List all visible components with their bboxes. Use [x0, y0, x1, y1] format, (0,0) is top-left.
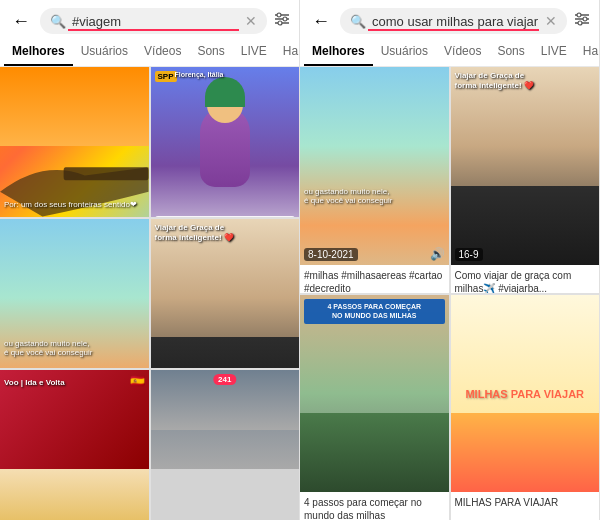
video-info-r3: 4 passos para começar no mundo das milha… [300, 492, 449, 520]
tab-videos-left[interactable]: Vídeos [136, 38, 189, 66]
tab-sons-left[interactable]: Sons [189, 38, 232, 66]
video-grid-left: 23-7 🔊 Por: um dos seus fronteiras senti… [0, 67, 299, 520]
count-badge-6: 241 [213, 374, 236, 385]
overlay-top-r3: 4 PASSOS PARA COMEÇARNO MUNDO DAS MILHAS [304, 299, 445, 325]
filter-button-right[interactable] [573, 10, 591, 32]
svg-rect-6 [64, 167, 149, 180]
video-desc-r4: MILHAS PARA VIAJAR [455, 496, 596, 520]
video-card-1[interactable]: 23-7 🔊 Por: um dos seus fronteiras senti… [0, 67, 149, 217]
price-box-2: Pacote de Via...Siena) Itália -... A par… [155, 216, 296, 217]
duration-r1: 8-10-2021 [304, 248, 358, 261]
svg-point-3 [277, 13, 281, 17]
video-card-4[interactable]: 16-9 Viajar de Graça deforma inteligente… [151, 219, 300, 369]
clear-button-left[interactable]: ✕ [245, 13, 257, 29]
video-card-3[interactable]: 8-10-2021 🔊 ou gastando muito nele,é que… [0, 219, 149, 369]
overlay-top-r2: Viajar de Graça deforma inteligente! ❤️ [455, 71, 596, 92]
overlay-text-1: Por: um dos seus fronteiras sentido❤ [4, 200, 137, 209]
svg-point-4 [283, 17, 287, 21]
video-desc-r3: 4 passos para começar no mundo das milha… [304, 496, 445, 520]
right-panel: ← 🔍 como usar milhas para viajar ✕ Melho… [300, 0, 600, 520]
overlay-milhas-r4: MILHAS PARA VIAJAR [465, 384, 584, 402]
promo-badge-2: SPP [155, 71, 177, 82]
tabs-left: Melhores Usuários Vídeos Sons LIVE Ha [0, 38, 299, 67]
svg-point-12 [578, 21, 582, 25]
tab-sons-right[interactable]: Sons [489, 38, 532, 66]
tab-ha-left[interactable]: Ha [275, 38, 299, 66]
search-underline-right [368, 29, 539, 31]
video-info-r1: #milhas #milhasaereas #cartao #decredito… [300, 265, 449, 293]
search-icon-left: 🔍 [50, 14, 66, 29]
tab-live-left[interactable]: LIVE [233, 38, 275, 66]
video-card-2[interactable]: SPP 25-10 Florença, Itália Pacote de Via… [151, 67, 300, 217]
search-icon-right: 🔍 [350, 14, 366, 29]
tab-melhores-right[interactable]: Melhores [304, 38, 373, 66]
tab-melhores-left[interactable]: Melhores [4, 38, 73, 66]
sound-icon-r1: 🔊 [430, 247, 445, 261]
back-button-right[interactable]: ← [308, 9, 334, 34]
tabs-right: Melhores Usuários Vídeos Sons LIVE Ha [300, 38, 599, 67]
tab-usuarios-left[interactable]: Usuários [73, 38, 136, 66]
video-card-r1[interactable]: 8-10-2021 🔊 ou gastando muito nele,é que… [300, 67, 449, 293]
video-card-5[interactable]: 🇪🇸 Voo | Ida e Volta MADRID Voo | Ida e … [0, 370, 149, 520]
back-button-left[interactable]: ← [8, 9, 34, 34]
search-bar-right[interactable]: 🔍 como usar milhas para viajar ✕ [340, 8, 567, 34]
clear-button-right[interactable]: ✕ [545, 13, 557, 29]
video-desc-r1: #milhas #milhasaereas #cartao #decredito [304, 269, 445, 293]
location-2: Florença, Itália [175, 71, 224, 78]
svg-point-11 [583, 17, 587, 21]
search-underline-left [68, 29, 239, 31]
overlay-text-r1: ou gastando muito nele,é que você vai co… [304, 187, 445, 205]
video-info-r2: Como viajar de graça com milhas✈️ #viaja… [451, 265, 600, 293]
video-card-r3[interactable]: 4 PASSOS PARA COMEÇARNO MUNDO DAS MILHAS… [300, 295, 449, 521]
video-card-6[interactable]: 241 E eu e meus amigos que caímos no fam… [151, 370, 300, 520]
video-card-r4[interactable]: MILHAS PARA VIAJAR MILHAS PARA VIAJAR [451, 295, 600, 521]
tab-videos-right[interactable]: Vídeos [436, 38, 489, 66]
video-info-r4: MILHAS PARA VIAJAR [451, 492, 600, 520]
duration-r2: 16-9 [455, 248, 483, 261]
overlay-text-3: ou gastando muito nele,é que você vai co… [4, 339, 145, 357]
video-card-r2[interactable]: 16-9 Viajar de Graça deforma inteligente… [451, 67, 600, 293]
search-query-right: como usar milhas para viajar [372, 14, 539, 29]
left-panel: ← 🔍 #viagem ✕ Melhores Usuários Vídeos S… [0, 0, 300, 520]
overlay-top-5: Voo | Ida e Volta [4, 378, 65, 387]
tab-ha-right[interactable]: Ha [575, 38, 599, 66]
filter-button-left[interactable] [273, 10, 291, 32]
left-header: ← 🔍 #viagem ✕ [0, 0, 299, 38]
search-query-left: #viagem [72, 14, 239, 29]
tab-live-right[interactable]: LIVE [533, 38, 575, 66]
overlay-top-4: Viajar de Graça deforma inteligente! ❤️ [155, 223, 296, 244]
svg-point-5 [278, 21, 282, 25]
tab-usuarios-right[interactable]: Usuários [373, 38, 436, 66]
svg-point-10 [577, 13, 581, 17]
search-bar-left[interactable]: 🔍 #viagem ✕ [40, 8, 267, 34]
flag-5: 🇪🇸 [130, 374, 145, 388]
video-grid-right: 8-10-2021 🔊 ou gastando muito nele,é que… [300, 67, 599, 520]
right-header: ← 🔍 como usar milhas para viajar ✕ [300, 0, 599, 38]
video-desc-r2: Como viajar de graça com milhas✈️ #viaja… [455, 269, 596, 293]
